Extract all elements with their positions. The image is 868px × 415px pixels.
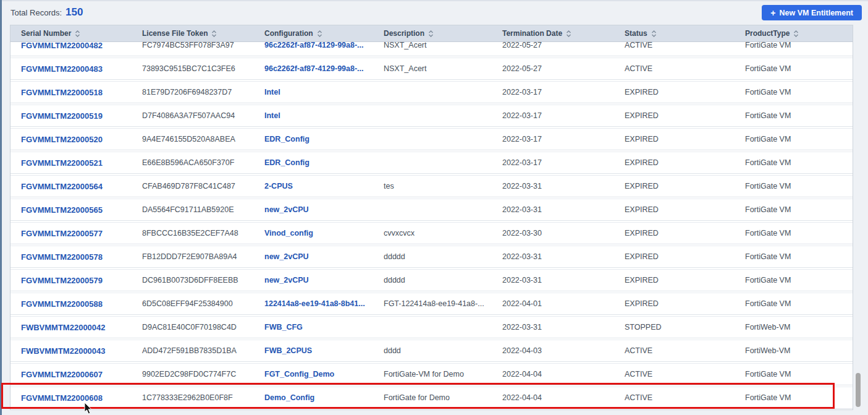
table-row: FGVMMLTM2200048373893C9515BC7C1C3FE696c2… bbox=[11, 58, 853, 80]
cell-status: ACTIVE bbox=[614, 58, 735, 79]
cell-status: EXPIRED bbox=[614, 129, 735, 150]
column-header-token[interactable]: License File Token bbox=[132, 25, 254, 41]
cell-description: ddddd bbox=[373, 270, 492, 291]
cell-license-token: E66E8B596ACA650F370F bbox=[132, 152, 254, 173]
column-header-serial[interactable]: Serial Number bbox=[11, 25, 132, 41]
cell-serial-number[interactable]: FGVMMLTM22000565 bbox=[11, 199, 132, 220]
cell-license-token: 9902ED2C98FD0C774F7C bbox=[132, 364, 254, 385]
column-label: ProductType bbox=[745, 29, 790, 38]
cell-description: FortiGate for Demo bbox=[373, 387, 492, 408]
cell-product-type: FortiWeb-VM bbox=[735, 317, 853, 338]
cell-license-token: 6D5C08EFF94F25384900 bbox=[132, 293, 254, 314]
column-label: Termination Date bbox=[502, 29, 562, 38]
table-row: FGVMMLTM22000519D7F4086A3A7F507AAC94Inte… bbox=[11, 105, 853, 127]
table-row: FGVMMLTM22000579DC961B0073D6DFF8EEBBnew_… bbox=[11, 269, 853, 291]
sort-icon bbox=[566, 30, 571, 37]
total-records: Total Records: 150 bbox=[11, 6, 83, 19]
cell-configuration[interactable]: 2-CPUS bbox=[254, 176, 373, 197]
cell-configuration[interactable]: 122414a8-ee19-41a8-8b41... bbox=[254, 293, 373, 314]
table-row: FGVMMLTM22000564CFAB469D787F8C41C4872-CP… bbox=[11, 175, 853, 197]
cell-configuration[interactable]: Demo_Config bbox=[254, 387, 373, 408]
cell-description: FortiGate-VM for Demo bbox=[373, 364, 492, 385]
cell-description: FGT-122414a8-ee19-41a8-... bbox=[373, 293, 492, 314]
cell-license-token: DA5564FC91711AB5920E bbox=[132, 199, 254, 220]
cell-termination-date: 2022-03-30 bbox=[492, 223, 614, 244]
cell-status: ACTIVE bbox=[614, 387, 735, 408]
column-header-config[interactable]: Configuration bbox=[254, 25, 373, 41]
cell-status: ACTIVE bbox=[614, 364, 735, 385]
table-row: FGVMMLTM220005778FBCCC16B35E2CEF7A48Vino… bbox=[11, 222, 853, 244]
cell-serial-number[interactable]: FGVMMLTM22000564 bbox=[11, 176, 132, 197]
cell-description bbox=[373, 105, 492, 126]
cell-serial-number[interactable]: FGVMMLTM22000578 bbox=[11, 246, 132, 267]
table-row: FGVMMLTM220006081C778333E2962B0E0F8FDemo… bbox=[11, 387, 853, 409]
cell-configuration[interactable]: Intel bbox=[254, 105, 373, 126]
cell-termination-date: 2022-03-17 bbox=[492, 105, 614, 126]
cell-license-token: 1C778333E2962B0E0F8F bbox=[132, 387, 254, 408]
table-row: FGVMMLTM220006079902ED2C98FD0C774F7CFGT_… bbox=[11, 363, 853, 385]
cell-configuration[interactable]: Intel bbox=[254, 82, 373, 103]
cell-configuration[interactable]: Vinod_config bbox=[254, 223, 373, 244]
cell-configuration[interactable]: new_2vCPU bbox=[254, 246, 373, 267]
column-header-status[interactable]: Status bbox=[614, 25, 735, 41]
total-records-value: 150 bbox=[65, 6, 83, 19]
cell-license-token: 73893C9515BC7C1C3FE6 bbox=[132, 58, 254, 79]
cell-configuration[interactable]: FWB_2CPUS bbox=[254, 340, 373, 361]
cell-termination-date: 2022-04-03 bbox=[492, 340, 614, 361]
cell-status: EXPIRED bbox=[614, 82, 735, 103]
cell-product-type: FortiGate VM bbox=[735, 82, 853, 103]
table-row: FGVMMLTM2200051881E79D7206F6948237D7Inte… bbox=[11, 81, 853, 103]
cell-configuration[interactable]: 96c2262f-af87-4129-99a8-... bbox=[254, 58, 373, 79]
cell-serial-number[interactable]: FGVMMLTM22000483 bbox=[11, 58, 132, 79]
cell-serial-number[interactable]: FGVMMLTM22000579 bbox=[11, 270, 132, 291]
cell-termination-date: 2022-03-31 bbox=[492, 270, 614, 291]
cell-license-token: CFAB469D787F8C41C487 bbox=[132, 176, 254, 197]
table-row: FGVMMLTM22000521E66E8B596ACA650F370FEDR_… bbox=[11, 152, 853, 174]
cell-license-token: D7F4086A3A7F507AAC94 bbox=[132, 105, 254, 126]
table-row: FGVMMLTM22000565DA5564FC91711AB5920Enew_… bbox=[11, 199, 853, 221]
cell-serial-number[interactable]: FGVMMLTM22000588 bbox=[11, 293, 132, 314]
sort-icon bbox=[428, 30, 434, 37]
cell-serial-number[interactable]: FGVMMLTM22000577 bbox=[11, 223, 132, 244]
column-header-date[interactable]: Termination Date bbox=[492, 25, 614, 41]
cell-license-token: FB12DDD7F2E907BA89A4 bbox=[132, 246, 254, 267]
table-row: FWBVMMTM22000042D9AC81E40C0F70198C4DFWB_… bbox=[11, 316, 853, 338]
cell-configuration[interactable]: new_2vCPU bbox=[254, 199, 373, 220]
cell-status: EXPIRED bbox=[614, 270, 735, 291]
column-label: Configuration bbox=[264, 29, 313, 38]
cell-configuration[interactable]: EDR_Config bbox=[254, 129, 373, 150]
column-label: Description bbox=[384, 29, 424, 38]
cell-serial-number[interactable]: FGVMMLTM22000521 bbox=[11, 152, 132, 173]
column-header-product[interactable]: ProductType bbox=[735, 25, 853, 41]
cell-configuration[interactable]: FGT_Config_Demo bbox=[254, 364, 373, 385]
table-row: FGVMMLTM220005209A4E746155D520A8ABEAEDR_… bbox=[11, 128, 853, 150]
column-header-desc[interactable]: Description bbox=[373, 25, 492, 41]
cell-configuration[interactable]: FWB_CFG bbox=[254, 317, 373, 338]
vertical-scrollbar-thumb[interactable] bbox=[856, 373, 861, 407]
cell-status: EXPIRED bbox=[614, 246, 735, 267]
cell-serial-number[interactable]: FGVMMLTM22000519 bbox=[11, 105, 132, 126]
cell-serial-number[interactable]: FGVMMLTM22000518 bbox=[11, 82, 132, 103]
cell-serial-number[interactable]: FGVMMLTM22000607 bbox=[11, 364, 132, 385]
cell-status: EXPIRED bbox=[614, 223, 735, 244]
cell-configuration[interactable]: new_2vCPU bbox=[254, 270, 373, 291]
cell-product-type: FortiGate VM bbox=[735, 58, 853, 79]
cell-description: dddd bbox=[373, 340, 492, 361]
cell-serial-number[interactable]: FGVMMLTM22000520 bbox=[11, 129, 132, 150]
table-row: FGVMMLTM22000578FB12DDD7F2E907BA89A4new_… bbox=[11, 246, 853, 268]
plus-icon: + bbox=[770, 9, 775, 17]
cell-serial-number[interactable]: FGVMMLTM22000608 bbox=[11, 387, 132, 408]
cell-license-token: 81E79D7206F6948237D7 bbox=[132, 82, 254, 103]
cell-termination-date: 2022-03-17 bbox=[492, 152, 614, 173]
column-label: Status bbox=[625, 29, 647, 38]
window-left-edge bbox=[0, 0, 2, 415]
cell-serial-number[interactable]: FWBVMMTM22000042 bbox=[11, 317, 132, 338]
cell-serial-number[interactable]: FWBVMMTM22000043 bbox=[11, 340, 132, 361]
cell-configuration[interactable]: EDR_Config bbox=[254, 152, 373, 173]
new-vm-entitlement-button[interactable]: + New VM Entitlement bbox=[762, 5, 862, 20]
cell-status: ACTIVE bbox=[614, 340, 735, 361]
vm-entitlement-table: Serial NumberLicense File TokenConfigura… bbox=[10, 25, 853, 410]
cell-product-type: FortiGate VM bbox=[735, 105, 853, 126]
table-row: FWBVMMTM22000043ADD472F591BB7835D1BAFWB_… bbox=[11, 340, 853, 362]
total-records-label: Total Records: bbox=[11, 8, 62, 17]
